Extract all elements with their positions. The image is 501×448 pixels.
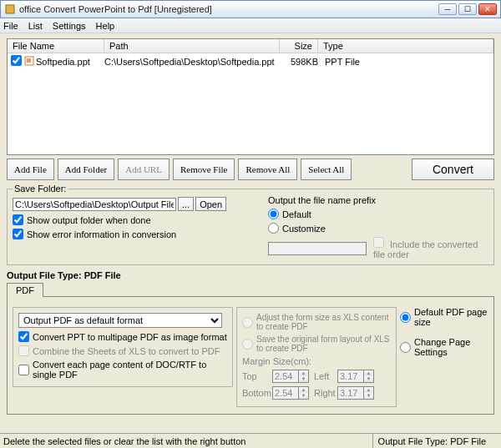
margin-right-spin: ▲▼ <box>337 386 374 400</box>
menu-list[interactable]: List <box>28 21 43 31</box>
prefix-customize-label: Customize <box>282 224 326 234</box>
titlebar: office Convert PowerPoint to Pdf [Unregi… <box>0 0 501 18</box>
browse-button[interactable]: ... <box>178 197 194 211</box>
xls-layout-group: Adjust the form size as XLS content to c… <box>236 307 397 407</box>
margin-left-label: Left <box>314 371 337 381</box>
status-right: Output File Type: PDF File <box>372 434 501 448</box>
convert-doc-checkbox[interactable] <box>18 365 29 375</box>
add-file-button[interactable]: Add File <box>7 159 54 180</box>
maximize-button[interactable]: ☐ <box>458 3 477 15</box>
default-page-label: Default PDF page size <box>414 307 488 327</box>
margin-bottom-label: Bottom <box>242 388 272 398</box>
prefix-custom-input <box>268 242 367 255</box>
prefix-customize-radio[interactable] <box>268 223 279 234</box>
convert-doc-label: Convert each page content of DOC/RTF to … <box>33 360 227 380</box>
row-type: PPT File <box>318 57 493 67</box>
convert-ppt-checkbox[interactable] <box>18 331 29 342</box>
menu-help[interactable]: Help <box>96 21 115 31</box>
include-order-label: Include the converted file order <box>373 239 478 259</box>
statusbar: Delete the selected files or clear the l… <box>0 433 501 448</box>
show-folder-checkbox[interactable] <box>13 214 23 225</box>
margin-left-spin: ▲▼ <box>337 370 374 383</box>
window-title: office Convert PowerPoint to Pdf [Unregi… <box>19 4 437 14</box>
svg-rect-0 <box>6 5 14 13</box>
prefix-default-radio[interactable] <box>268 209 279 219</box>
show-error-label: Show error information in conversion <box>27 229 176 239</box>
adjust-xls-label: Adjust the form size as XLS content to c… <box>256 313 391 331</box>
save-layout-label: Save the original form layout of XLS to … <box>256 335 391 353</box>
margin-right-label: Right <box>314 388 337 398</box>
menu-file[interactable]: File <box>3 21 18 31</box>
tab-body: Output PDF as default format Convert PPT… <box>7 297 494 415</box>
svg-rect-2 <box>27 58 31 63</box>
open-button[interactable]: Open <box>195 197 226 211</box>
save-folder-group: Save Folder: ... Open Show output folder… <box>7 184 494 265</box>
margin-bottom-spin: ▲▼ <box>272 386 309 400</box>
margin-top-spin: ▲▼ <box>272 370 309 383</box>
row-path: C:\Users\Softpedia\Desktop\Softpedia.ppt <box>104 57 280 67</box>
prefix-default-label: Default <box>282 209 311 219</box>
row-size: 598KB <box>280 57 318 67</box>
save-folder-legend: Save Folder: <box>13 184 68 194</box>
file-list-header: File Name Path Size Type <box>8 39 493 53</box>
ppt-icon <box>24 56 36 68</box>
output-format-select[interactable]: Output PDF as default format <box>18 313 222 328</box>
remove-all-button[interactable]: Remove All <box>238 159 297 180</box>
col-size[interactable]: Size <box>280 39 318 53</box>
table-row[interactable]: Softpedia.ppt C:\Users\Softpedia\Desktop… <box>8 53 493 69</box>
tab-bar: PDF <box>7 282 494 297</box>
default-page-radio[interactable] <box>400 312 411 323</box>
save-path-input[interactable] <box>13 198 176 211</box>
add-folder-button[interactable]: Add Folder <box>58 159 114 180</box>
col-filename[interactable]: File Name <box>8 39 104 53</box>
minimize-button[interactable]: ─ <box>438 3 457 15</box>
include-order-checkbox <box>373 237 384 248</box>
row-filename: Softpedia.ppt <box>36 57 104 67</box>
col-type[interactable]: Type <box>318 39 493 53</box>
close-button[interactable]: ✕ <box>478 3 497 15</box>
adjust-xls-radio <box>242 317 253 328</box>
add-url-button[interactable]: Add URL <box>118 159 170 180</box>
show-folder-label: Show output folder when done <box>27 215 151 225</box>
menu-settings[interactable]: Settings <box>53 21 86 31</box>
margin-top-label: Top <box>242 371 272 381</box>
combine-xls-checkbox <box>18 345 29 356</box>
file-list[interactable]: File Name Path Size Type Softpedia.ppt C… <box>7 38 494 155</box>
convert-ppt-label: Convert PPT to multipage PDF as image fo… <box>33 332 227 342</box>
prefix-title: Output the file name prefix <box>268 195 488 205</box>
combine-xls-label: Combine the Sheets of XLS to convert to … <box>33 346 220 356</box>
pdf-options-group: Output PDF as default format Convert PPT… <box>13 307 233 387</box>
tab-pdf[interactable]: PDF <box>7 283 43 297</box>
status-left: Delete the selected files or clear the l… <box>0 436 372 446</box>
margin-label: Margin Size(cm): <box>242 356 391 366</box>
col-path[interactable]: Path <box>104 39 280 53</box>
row-checkbox[interactable] <box>11 55 22 66</box>
app-icon <box>4 3 16 15</box>
select-all-button[interactable]: Select All <box>301 159 352 180</box>
remove-file-button[interactable]: Remove File <box>173 159 235 180</box>
show-error-checkbox[interactable] <box>13 229 23 239</box>
change-page-radio[interactable] <box>400 342 411 353</box>
convert-button[interactable]: Convert <box>412 159 494 180</box>
change-page-label: Change Page Settings <box>414 337 488 357</box>
output-type-title: Output File Type: PDF File <box>7 270 494 280</box>
save-layout-radio <box>242 339 253 350</box>
menubar: File List Settings Help <box>0 18 501 33</box>
